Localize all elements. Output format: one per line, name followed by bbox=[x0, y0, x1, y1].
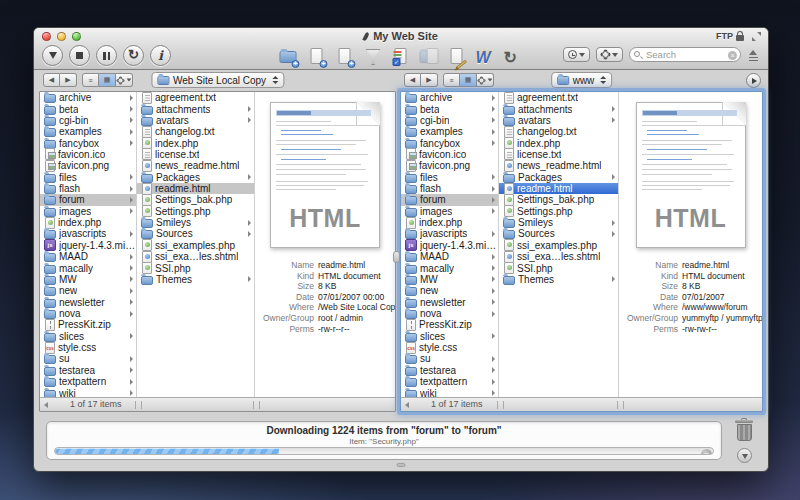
search-field[interactable]: × bbox=[629, 47, 741, 62]
folder-row[interactable]: MW bbox=[40, 274, 136, 285]
folder-row[interactable]: cgi-bin bbox=[40, 115, 136, 126]
folder-row[interactable]: forum bbox=[401, 194, 498, 205]
view-options-button[interactable] bbox=[116, 73, 133, 87]
file-row[interactable]: Themes bbox=[137, 274, 254, 285]
folder-row[interactable]: beta bbox=[40, 103, 136, 114]
column-resize-handle[interactable] bbox=[253, 401, 260, 409]
list-view-button[interactable]: ≡ bbox=[443, 73, 460, 87]
pane-resize-handle[interactable] bbox=[393, 251, 400, 263]
folder-row[interactable]: cgi-bin bbox=[401, 115, 498, 126]
folder-row[interactable]: files bbox=[401, 172, 498, 183]
folder-row[interactable]: textpattern bbox=[401, 376, 498, 387]
folder-row[interactable]: index.php bbox=[401, 217, 498, 228]
folder-row[interactable]: macally bbox=[40, 262, 136, 273]
file-row[interactable]: Themes bbox=[499, 274, 618, 285]
folder-row[interactable]: beta bbox=[401, 103, 498, 114]
list-view-button[interactable]: ≡ bbox=[82, 73, 99, 87]
file-row[interactable]: license.txt bbox=[137, 149, 254, 160]
folder-row[interactable]: textpattern bbox=[40, 376, 136, 387]
file-row[interactable]: changelog.txt bbox=[137, 126, 254, 137]
download-button[interactable] bbox=[42, 45, 63, 66]
folder-row[interactable]: newsletter bbox=[401, 296, 498, 307]
folder-row[interactable]: jquery-1.4.3.min.js bbox=[40, 240, 136, 251]
cancel-transfer-button[interactable]: × bbox=[701, 449, 712, 456]
file-row[interactable]: Settings_bak.php bbox=[499, 194, 618, 205]
file-row[interactable]: changelog.txt bbox=[499, 126, 618, 137]
file-row[interactable]: SSI.php bbox=[499, 262, 618, 273]
settings-dropdown-button[interactable] bbox=[596, 47, 623, 62]
folder-row[interactable]: new bbox=[401, 285, 498, 296]
file-row[interactable]: Sources bbox=[499, 228, 618, 239]
file-row[interactable]: news_readme.html bbox=[137, 160, 254, 171]
file-row[interactable]: Smileys bbox=[137, 217, 254, 228]
reveal-transfers-button[interactable] bbox=[737, 448, 752, 463]
file-row[interactable]: agreement.txt bbox=[499, 92, 618, 103]
folder-row[interactable]: testarea bbox=[40, 365, 136, 376]
bookmarks-button[interactable]: W bbox=[476, 48, 495, 67]
tasks-button[interactable]: ✓ bbox=[392, 48, 411, 67]
folder-row[interactable]: index.php bbox=[40, 217, 136, 228]
folder-row[interactable]: testarea bbox=[401, 365, 498, 376]
column-resize-handle[interactable] bbox=[497, 401, 504, 409]
file-row[interactable]: SSI.php bbox=[137, 262, 254, 273]
clear-search-icon[interactable]: × bbox=[728, 51, 737, 60]
file-row[interactable]: Settings.php bbox=[137, 206, 254, 217]
column-view-button[interactable]: ▦ bbox=[460, 73, 477, 87]
scroll-back-icon[interactable] bbox=[405, 402, 409, 408]
file-row[interactable]: readme.html bbox=[499, 183, 618, 194]
file-row[interactable]: ssi_exa…les.shtml bbox=[137, 251, 254, 262]
folder-row[interactable]: favicon.png bbox=[401, 160, 498, 171]
duplicate-file-button[interactable]: + bbox=[336, 48, 355, 67]
folder-row[interactable]: newsletter bbox=[40, 296, 136, 307]
stop-button[interactable] bbox=[69, 45, 90, 66]
info-button[interactable]: i bbox=[150, 45, 171, 66]
folder-row[interactable]: favicon.ico bbox=[401, 149, 498, 160]
connect-play-button[interactable] bbox=[746, 73, 761, 88]
folder-row[interactable]: flash bbox=[40, 183, 136, 194]
sync-button[interactable]: ↻ bbox=[504, 48, 523, 67]
search-input[interactable] bbox=[646, 49, 726, 60]
folder-row[interactable]: flash bbox=[401, 183, 498, 194]
folder-row[interactable]: PressKit.zip bbox=[401, 319, 498, 330]
local-path-dropdown[interactable]: Web Site Local Copy bbox=[151, 72, 284, 88]
new-folder-button[interactable]: + bbox=[280, 48, 299, 67]
file-row[interactable]: attachments bbox=[137, 103, 254, 114]
folder-row[interactable]: javascripts bbox=[40, 228, 136, 239]
folder-row[interactable]: images bbox=[401, 206, 498, 217]
trash-icon[interactable] bbox=[734, 418, 754, 442]
file-row[interactable]: Packages bbox=[499, 172, 618, 183]
refresh-button[interactable]: ↻ bbox=[123, 45, 144, 66]
folder-row[interactable]: wiki bbox=[401, 387, 498, 397]
scroll-back-icon[interactable] bbox=[44, 402, 48, 408]
filter-button[interactable] bbox=[364, 48, 383, 67]
file-row[interactable]: ssi_exa…les.shtml bbox=[499, 251, 618, 262]
folder-row[interactable]: favicon.png bbox=[40, 160, 136, 171]
new-file-button[interactable]: + bbox=[308, 48, 327, 67]
folder-row[interactable]: files bbox=[40, 172, 136, 183]
folder-row[interactable]: archive bbox=[40, 92, 136, 103]
folder-row[interactable]: PressKit.zip bbox=[40, 319, 136, 330]
forward-button[interactable]: ▶ bbox=[421, 73, 438, 87]
file-row[interactable]: attachments bbox=[499, 103, 618, 114]
file-row[interactable]: ssi_examples.php bbox=[137, 240, 254, 251]
file-row[interactable]: Settings.php bbox=[499, 206, 618, 217]
folder-row[interactable]: new bbox=[40, 285, 136, 296]
folder-row[interactable]: slices bbox=[401, 331, 498, 342]
file-row[interactable]: license.txt bbox=[499, 149, 618, 160]
back-button[interactable]: ◀ bbox=[43, 73, 60, 87]
file-row[interactable]: readme.html bbox=[137, 183, 254, 194]
folder-row[interactable]: javascripts bbox=[401, 228, 498, 239]
folder-row[interactable]: images bbox=[40, 206, 136, 217]
folder-row[interactable]: fancybox bbox=[401, 137, 498, 148]
file-row[interactable]: Smileys bbox=[499, 217, 618, 228]
file-row[interactable]: Settings_bak.php bbox=[137, 194, 254, 205]
folder-row[interactable]: archive bbox=[401, 92, 498, 103]
column-resize-handle[interactable] bbox=[135, 401, 142, 409]
pause-button[interactable] bbox=[96, 45, 117, 66]
file-row[interactable]: ssi_examples.php bbox=[499, 240, 618, 251]
folder-row[interactable]: examples bbox=[40, 126, 136, 137]
folder-row[interactable]: style.css bbox=[40, 342, 136, 353]
folder-row[interactable]: wiki bbox=[40, 387, 136, 397]
folder-row[interactable]: nova bbox=[40, 308, 136, 319]
column-resize-handle[interactable] bbox=[617, 401, 624, 409]
